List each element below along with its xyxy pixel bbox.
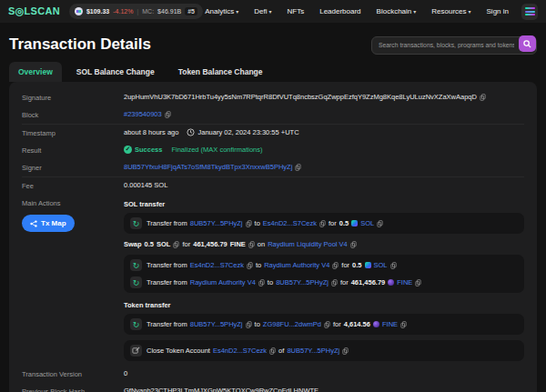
nav-blockchain-label: Blockchain <box>377 7 412 15</box>
address-link[interactable]: ZG98FU...2dwmPd <box>263 320 321 328</box>
result-label: Result <box>22 146 124 155</box>
address-link[interactable]: Es4nD2...S7Cezk <box>213 347 267 355</box>
signature-label: Signature <box>22 93 124 102</box>
page-header: Transaction Details <box>0 23 546 62</box>
transfer-amount: 4,614.56 <box>344 320 370 328</box>
tx-map-button[interactable]: Tx Map <box>22 215 75 232</box>
token-link[interactable]: FINE <box>230 240 246 248</box>
copy-icon[interactable] <box>165 111 171 118</box>
fine-token-icon <box>373 321 379 327</box>
copy-icon[interactable] <box>377 220 383 227</box>
token-link[interactable]: SOL <box>360 219 374 227</box>
pool-link[interactable]: Raydium Liquidity Pool V4 <box>268 240 348 248</box>
address-link[interactable]: 8UB57Y...5PHyZj <box>190 219 243 227</box>
copy-icon[interactable] <box>331 279 338 286</box>
copy-icon[interactable] <box>258 279 265 286</box>
nav-nfts[interactable]: NFTs <box>288 7 305 15</box>
copy-icon[interactable] <box>173 241 179 248</box>
search-button[interactable] <box>519 35 536 52</box>
signature-value: 2upHumVhU3K7bD671HrbTu4yy5sNm7RPtqrR8DfV… <box>124 93 477 101</box>
token-link[interactable]: SOL <box>374 261 388 269</box>
address-link[interactable]: 8UB57Y...5PHyZj <box>287 347 339 355</box>
chevron-down-icon: ▾ <box>469 9 471 15</box>
result-status: Success <box>135 146 162 154</box>
signer-link[interactable]: 8UB57YfxuH8FjqATs7oSfM8TkydBTpx3XnxxwB5P… <box>124 163 292 171</box>
previous-block-hash-label: Previous Block Hash <box>22 387 124 392</box>
nav-defi[interactable]: Defi▾ <box>254 7 271 15</box>
address-link[interactable]: Es4nD2...S7Cezk <box>263 219 317 227</box>
token-link[interactable]: SOL <box>157 240 170 248</box>
search-icon <box>523 40 531 48</box>
transfer-for-label: for <box>329 219 337 227</box>
transfer-prefix: Transfer from <box>147 219 187 227</box>
nav-analytics[interactable]: Analytics▾ <box>205 7 238 15</box>
copy-icon[interactable] <box>350 241 357 248</box>
timestamp-relative: about 8 hours ago <box>124 128 178 136</box>
timestamp-row: Timestamp about 8 hours ago January 02, … <box>22 124 524 142</box>
transfer-to-label: to <box>256 261 261 269</box>
token-transfer-box: ↻ Transfer from 8UB57Y...5PHyZj to ZG98F… <box>124 314 524 335</box>
sol-price-pill[interactable]: $109.33 -4.12% | MC: $46.91B #5 <box>69 4 203 19</box>
clock-icon <box>187 128 195 136</box>
transaction-version-value: 0 <box>124 369 127 377</box>
copy-icon[interactable] <box>342 347 349 355</box>
sign-in-button[interactable]: Sign in <box>487 7 509 15</box>
address-link[interactable]: 8UB57Y...5PHyZj <box>276 278 329 286</box>
transfer-to-label: to <box>255 320 260 328</box>
copy-icon[interactable] <box>248 241 255 248</box>
address-link[interactable]: Es4nD2...S7Cezk <box>190 261 244 269</box>
copy-icon[interactable] <box>400 321 407 328</box>
token-link[interactable]: FINE <box>382 320 398 328</box>
previous-block-hash-row: Previous Block Hash GfNvanh23CTHP3LTmMJX… <box>22 383 524 392</box>
solana-menu-button[interactable] <box>521 4 538 20</box>
transfer-icon: ↻ <box>130 217 142 229</box>
swap-summary: Swap 0.5 SOL for 461,456.79 FINE on Rayd… <box>124 240 524 248</box>
copy-icon[interactable] <box>415 279 421 286</box>
token-link[interactable]: FINE <box>397 278 412 286</box>
transaction-overview-card: Signature 2upHumVhU3K7bD671HrbTu4yy5sNm7… <box>9 82 537 392</box>
solana-logo-bar <box>525 14 535 15</box>
sol-token-icon <box>365 262 371 268</box>
tx-map-label: Tx Map <box>41 219 66 227</box>
block-link[interactable]: #239540903 <box>124 110 162 118</box>
address-link[interactable]: 8UB57Y...5PHyZj <box>190 320 243 328</box>
search-input[interactable] <box>371 36 537 55</box>
tab-overview[interactable]: Overview <box>9 62 62 82</box>
copy-icon[interactable] <box>324 321 330 328</box>
nav-leaderboard[interactable]: Leaderboard <box>319 7 360 15</box>
address-link[interactable]: Raydium Authority V4 <box>190 278 256 286</box>
transaction-version-label: Transaction Version <box>22 369 124 378</box>
solscan-logo[interactable]: S◎LSCAN <box>8 5 60 17</box>
address-link[interactable]: Raydium Authority V4 <box>264 261 329 269</box>
transfer-row: ↻ Transfer from Es4nD2...S7Cezk to Raydi… <box>130 259 518 271</box>
transfer-to-label: to <box>255 219 260 227</box>
close-of-label: of <box>278 347 284 355</box>
copy-icon[interactable] <box>246 220 252 227</box>
transfer-icon: ↻ <box>130 318 142 330</box>
transfer-for-label: for <box>341 261 349 269</box>
copy-icon[interactable] <box>246 321 252 328</box>
copy-icon[interactable] <box>269 347 276 355</box>
copy-icon[interactable] <box>332 262 339 269</box>
tab-token-balance-change[interactable]: Token Balance Change <box>169 62 272 82</box>
transfer-for-label: for <box>340 278 349 286</box>
tab-sol-balance-change[interactable]: SOL Balance Change <box>67 62 164 82</box>
copy-icon[interactable] <box>319 220 326 227</box>
block-row: Block #239540903 <box>22 106 524 124</box>
nav-resources[interactable]: Resources▾ <box>431 7 470 15</box>
copy-icon[interactable] <box>390 262 397 269</box>
pill-separator: | <box>136 8 138 15</box>
copy-icon[interactable] <box>295 164 301 171</box>
marketcap-label: MC: <box>142 8 154 15</box>
sol-price-change: -4.12% <box>113 8 133 15</box>
transfer-icon: ↻ <box>130 276 142 288</box>
transfer-icon: ↻ <box>130 259 142 271</box>
solana-logo-bar <box>525 11 535 13</box>
transfer-prefix: Transfer from <box>147 320 187 328</box>
nav-blockchain[interactable]: Blockchain▾ <box>377 7 417 15</box>
close-account-label: Close Token Account <box>147 347 210 355</box>
copy-icon[interactable] <box>247 262 253 269</box>
sol-coin-icon <box>75 7 83 15</box>
nav-analytics-label: Analytics <box>205 7 234 15</box>
copy-icon[interactable] <box>480 94 486 101</box>
